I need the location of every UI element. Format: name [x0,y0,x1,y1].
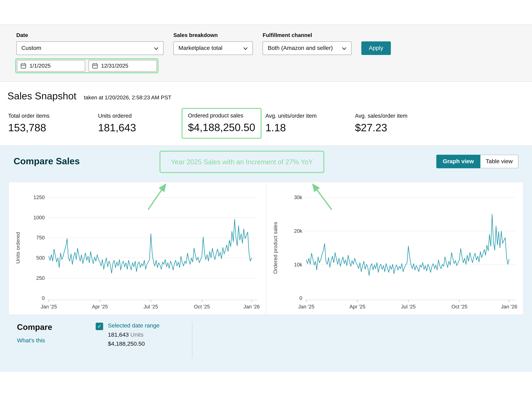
svg-text:Oct '25: Oct '25 [194,304,210,310]
whats-this-link[interactable]: What's this [17,337,96,344]
legend-label: Selected date range [108,322,159,329]
calendar-icon[interactable] [89,63,101,69]
stat-value: 153,788 [8,122,98,134]
snapshot-timestamp: taken at 1/20/2026, 2:58:23 AM PST [84,95,171,101]
legend-units-value: 181,643 [108,331,129,338]
svg-text:1250: 1250 [33,194,45,200]
charts-row: 025050075010001250Jan '25Apr '25Jul '25O… [8,182,524,315]
compare-title: Compare [17,322,96,332]
svg-text:Apr '25: Apr '25 [349,304,365,310]
svg-text:20k: 20k [294,228,302,234]
svg-text:Units ordered: Units ordered [15,232,21,264]
svg-text:Jan '26: Jan '26 [501,304,517,310]
ordered-product-sales-chart: 010k20k30kJan '25Apr '25Jul '25Oct '25Ja… [266,182,523,315]
compare-footer: Compare What's this ✓ Selected date rang… [0,315,532,372]
svg-text:Jan '25: Jan '25 [41,304,57,310]
fulfillment-channel-group: Fulfillment channel Both (Amazon and sel… [263,32,351,55]
legend-units: 181,643 Units [108,331,159,338]
stat-ordered-product-sales-highlighted: Ordered product sales $4,188,250.50 [182,108,262,139]
ordered-product-sales-chart-card: 010k20k30kJan '25Apr '25Jul '25Oct '25Ja… [266,182,524,315]
stat-label: Total order items [8,113,98,119]
legend-texts: Selected date range 181,643 Units $4,188… [108,322,159,357]
selected-date-range-checkbox[interactable]: ✓ [96,323,103,330]
svg-text:250: 250 [36,275,45,281]
sales-breakdown-value: Marketplace total [178,45,222,52]
yoy-annotation-text: Year 2025 Sales with an Increment of 27%… [171,158,313,166]
date-select[interactable]: Custom [16,41,164,55]
view-toggle: Graph view Table view [436,155,519,168]
sales-breakdown-select[interactable]: Marketplace total [173,41,253,55]
sales-snapshot-header: Sales Snapshot taken at 1/20/2026, 2:58:… [0,82,532,106]
stat-value: $4,188,250.50 [188,121,255,134]
calendar-icon[interactable] [17,63,30,69]
filter-bar: Date Custom 1/1/2025 12/31/2025 [0,25,532,82]
units-ordered-chart-card: 025050075010001250Jan '25Apr '25Jul '25O… [8,182,266,315]
stat-value: 1.18 [266,122,355,134]
end-date-value: 12/31/2025 [101,63,128,69]
yoy-annotation-box: Year 2025 Sales with an Increment of 27%… [159,151,324,173]
svg-text:500: 500 [36,255,45,261]
units-ordered-chart: 025050075010001250Jan '25Apr '25Jul '25O… [9,182,266,315]
svg-text:750: 750 [36,235,45,241]
compare-footer-left: Compare What's this [8,322,96,344]
chevron-down-icon [342,45,346,52]
stat-value: 181,643 [98,122,182,134]
selected-date-range-legend: ✓ Selected date range 181,643 Units $4,1… [96,322,192,357]
sales-breakdown-group: Sales breakdown Marketplace total [173,32,253,55]
stat-units-ordered: Units ordered 181,643 [98,108,182,134]
fulfillment-channel-select[interactable]: Both (Amazon and seller) [263,41,351,55]
date-select-value: Custom [21,45,41,52]
start-date-value: 1/1/2025 [30,63,51,69]
stat-value: $27.23 [355,122,407,134]
start-date-input[interactable]: 1/1/2025 [17,60,85,72]
svg-text:10k: 10k [294,262,302,267]
date-label: Date [16,32,164,38]
date-filter-group: Date Custom 1/1/2025 12/31/2025 [16,32,164,73]
chevron-down-icon [243,45,248,52]
compare-sales-section: Compare Sales Year 2025 Sales with an In… [0,146,532,372]
stat-label: Units ordered [98,113,182,119]
table-view-button[interactable]: Table view [480,155,519,168]
apply-button[interactable]: Apply [361,41,391,55]
stat-total-order-items: Total order items 153,788 [8,108,98,134]
svg-text:Ordered product sales: Ordered product sales [272,222,278,274]
legend-units-suffix: Units [130,331,144,338]
svg-text:0: 0 [299,295,302,301]
sales-snapshot-title: Sales Snapshot [7,91,76,102]
snapshot-stats-row: Total order items 153,788 Units ordered … [0,106,532,146]
svg-text:1000: 1000 [33,215,45,220]
svg-text:30k: 30k [294,194,302,200]
svg-text:Apr '25: Apr '25 [92,304,108,310]
stat-label: Ordered product sales [188,112,255,119]
sales-breakdown-label: Sales breakdown [173,32,253,38]
page: Date Custom 1/1/2025 12/31/2025 [0,0,532,399]
stat-avg-sales-order-item: Avg. sales/order item $27.23 [355,108,407,134]
svg-text:Jan '25: Jan '25 [298,304,314,310]
svg-text:Oct '25: Oct '25 [451,304,467,310]
stat-label: Avg. units/order item [266,113,355,119]
end-date-input[interactable]: 12/31/2025 [89,60,157,72]
svg-text:Jul '25: Jul '25 [144,304,158,310]
legend-sales-value: $4,188,250.50 [108,341,159,347]
graph-view-button[interactable]: Graph view [436,155,480,168]
fulfillment-channel-value: Both (Amazon and seller) [268,45,333,52]
stat-label: Avg. sales/order item [355,113,407,119]
chevron-down-icon [154,45,158,52]
svg-text:Jul '25: Jul '25 [401,304,415,310]
svg-text:0: 0 [42,295,45,301]
fulfillment-channel-label: Fulfillment channel [263,32,351,38]
date-range-highlight: 1/1/2025 12/31/2025 [15,58,158,73]
stat-avg-units-order-item: Avg. units/order item 1.18 [266,108,355,134]
svg-text:Jan '26: Jan '26 [244,304,260,310]
